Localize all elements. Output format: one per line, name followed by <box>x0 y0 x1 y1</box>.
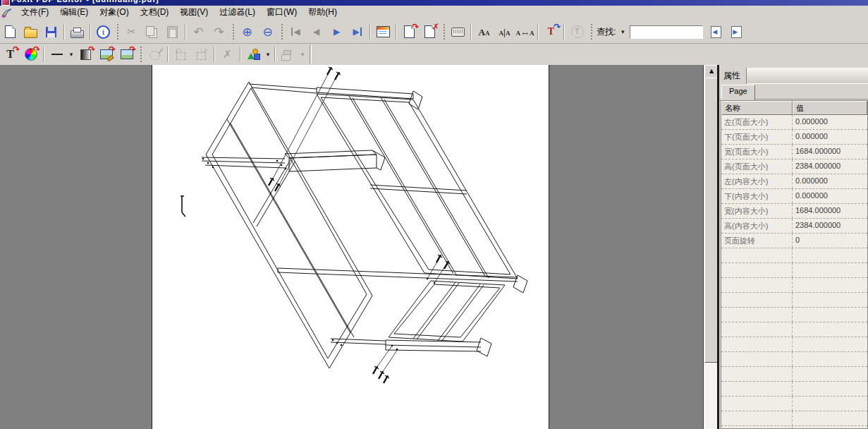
rotate-object-right-button[interactable]: ⤻ <box>191 45 212 64</box>
find-dropdown-button[interactable]: ▾ <box>618 28 627 35</box>
window-title: Foxit PDF Editor - [dunhuang.pdf] <box>11 0 159 4</box>
menu-window[interactable]: 窗口(W) <box>261 6 302 20</box>
insert-shape-button[interactable] <box>243 45 264 64</box>
scrollbar-thumb[interactable] <box>704 78 719 363</box>
property-value[interactable]: 0.000000 <box>793 130 867 144</box>
menu-object[interactable]: 对象(O) <box>94 6 134 20</box>
edit-font-button[interactable]: AA <box>474 23 494 42</box>
property-value[interactable]: 2384.000000 <box>793 159 867 174</box>
property-value[interactable]: 1684.000000 <box>793 145 867 159</box>
property-row[interactable]: 左(页面大小)0.000000 <box>721 115 867 130</box>
menu-edit[interactable]: 编辑(E) <box>54 6 94 20</box>
property-row[interactable]: 宽(内容大小)1684.000000 <box>721 204 867 219</box>
property-value[interactable]: 0 <box>793 234 867 248</box>
last-page-button[interactable]: ▶ <box>347 23 367 42</box>
find-input[interactable] <box>630 25 703 39</box>
virtual-keyboard-button[interactable] <box>448 23 468 42</box>
insert-text-button[interactable]: T↷ <box>0 45 20 64</box>
paste-button[interactable] <box>162 23 183 42</box>
save-button[interactable] <box>41 23 61 42</box>
zoom-out-button[interactable]: ⊖ <box>257 23 278 42</box>
technical-drawing <box>152 65 549 429</box>
property-row-empty <box>721 426 867 429</box>
first-page-button[interactable]: ◀ <box>286 23 306 42</box>
toolbar-end <box>310 45 312 64</box>
property-row[interactable]: 页面旋转0 <box>721 234 867 248</box>
table-header: 名称 值 <box>721 101 867 115</box>
document-icon[interactable] <box>1 8 13 18</box>
property-row[interactable]: 下(内容大小)0.000000 <box>721 189 867 204</box>
char-vertical-spacing-button[interactable]: A|A <box>494 23 515 42</box>
scissors-icon: ✂ <box>127 27 136 37</box>
property-value[interactable]: 0.000000 <box>793 174 867 188</box>
scroll-up-button[interactable]: ▲ <box>704 65 719 78</box>
separator <box>274 47 276 62</box>
menu-help[interactable]: 帮助(H) <box>302 6 343 20</box>
tab-page[interactable]: Page <box>721 85 755 101</box>
delete-object-button[interactable]: ✗ <box>217 45 238 64</box>
rotate-object-left-button[interactable]: ⤺ <box>171 45 191 64</box>
circle-t-icon: T <box>571 25 584 38</box>
rotate-page-button[interactable]: ↷ <box>399 23 420 42</box>
delete-page-button[interactable]: ✗ <box>420 23 440 42</box>
next-page-button[interactable]: ▶ <box>326 23 347 42</box>
info-icon: i <box>97 25 110 39</box>
document-info-button[interactable]: i <box>93 23 114 42</box>
copy-button[interactable] <box>142 23 162 42</box>
property-row[interactable]: 宽(页面大小)1684.000000 <box>721 145 867 159</box>
text-mode-button[interactable]: T <box>567 23 587 42</box>
redo-button[interactable]: ↷ <box>209 23 229 42</box>
align-objects-button[interactable] <box>278 45 298 64</box>
open-folder-icon <box>24 29 37 38</box>
undo-button[interactable]: ↶ <box>188 23 209 42</box>
toolbar-grip[interactable] <box>443 24 445 40</box>
property-value[interactable]: 0.000000 <box>793 115 867 129</box>
lasso-edit-button[interactable] <box>145 45 165 64</box>
property-row-empty <box>721 248 867 263</box>
menu-document[interactable]: 文档(D) <box>135 6 175 20</box>
toolbar-grip[interactable] <box>232 24 234 40</box>
toolbar-grip[interactable] <box>281 24 283 40</box>
edit-image-button[interactable]: ↷ <box>96 45 116 64</box>
open-file-button[interactable] <box>20 23 41 42</box>
toolbar-grip[interactable] <box>140 47 142 62</box>
print-button[interactable] <box>67 23 87 42</box>
add-text-object-button[interactable]: T↷ <box>541 23 561 42</box>
previous-page-button[interactable]: ◀ <box>306 23 326 42</box>
menu-view[interactable]: 视图(V) <box>174 6 214 20</box>
line-style-dropdown[interactable]: ▾ <box>67 51 75 58</box>
column-header-name[interactable]: 名称 <box>721 101 793 115</box>
insert-image-button[interactable]: ↷ <box>116 45 137 64</box>
toolbar-grip[interactable] <box>116 24 118 40</box>
property-value[interactable]: 1684.000000 <box>793 204 867 218</box>
rotate-left-icon: ⤺ <box>176 52 185 60</box>
property-row[interactable]: 下(页面大小)0.000000 <box>721 130 867 145</box>
menu-file[interactable]: 文件(F) <box>16 6 54 20</box>
find-next-button[interactable]: ▶ <box>726 23 747 42</box>
page-layout-button[interactable] <box>373 23 393 42</box>
vertical-scrollbar[interactable]: ▲ <box>703 65 718 429</box>
insert-line-button[interactable] <box>47 45 67 64</box>
property-row[interactable]: 高(页面大小)2384.000000 <box>721 159 867 174</box>
property-row[interactable]: 高(内容大小)2384.000000 <box>721 219 867 234</box>
zoom-in-button[interactable]: ⊕ <box>237 23 257 42</box>
shape-dropdown[interactable]: ▾ <box>264 51 272 58</box>
property-name: 左(页面大小) <box>721 115 793 129</box>
property-value[interactable]: 2384.000000 <box>793 219 867 233</box>
insert-color-object-button[interactable]: ↷ <box>20 45 41 64</box>
new-document-button[interactable] <box>0 23 20 42</box>
property-row-empty <box>721 308 867 322</box>
menu-filter[interactable]: 过滤器(L) <box>214 6 261 20</box>
zoom-in-icon: ⊕ <box>242 26 252 38</box>
toolbar-grip[interactable] <box>590 24 592 40</box>
align-dropdown[interactable]: ▾ <box>298 51 307 58</box>
find-previous-button[interactable]: ◀ <box>706 23 726 42</box>
property-row[interactable]: 左(内容大小)0.000000 <box>721 174 867 189</box>
pdf-page[interactable] <box>152 65 549 429</box>
cut-button[interactable]: ✂ <box>121 23 142 42</box>
char-horizontal-spacing-button[interactable]: A↔A <box>515 23 535 42</box>
column-header-value[interactable]: 值 <box>793 101 867 115</box>
property-name <box>721 382 793 396</box>
property-value[interactable]: 0.000000 <box>793 189 867 203</box>
insert-shading-button[interactable]: ↷ <box>75 45 96 64</box>
